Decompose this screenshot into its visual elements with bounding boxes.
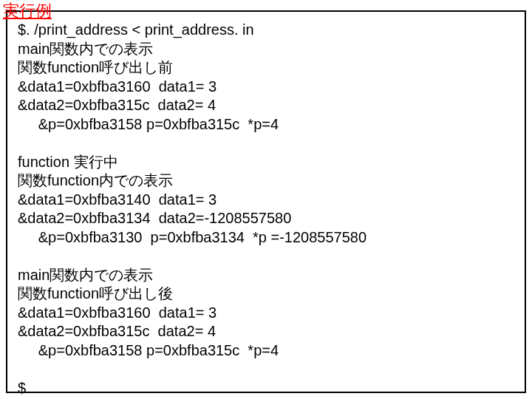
output-line: &data1=0xbfba3160 data1= 3 bbox=[18, 304, 514, 323]
output-line: 関数function呼び出し前 bbox=[18, 58, 514, 78]
output-line: 関数function呼び出し後 bbox=[18, 284, 514, 304]
blank-line bbox=[18, 361, 514, 379]
output-line: 関数function内での表示 bbox=[18, 171, 514, 191]
output-line: $. /print_address < print_address. in bbox=[18, 21, 514, 40]
output-line: &data2=0xbfba3134 data2=-1208557580 bbox=[18, 209, 514, 228]
output-line: &data1=0xbfba3160 data1= 3 bbox=[18, 78, 514, 97]
output-line: &data2=0xbfba315c data2= 4 bbox=[18, 322, 514, 341]
terminal-output-box: $. /print_address < print_address. in ma… bbox=[6, 10, 526, 393]
output-line: &data1=0xbfba3140 data1= 3 bbox=[18, 191, 514, 210]
output-line: main関数内での表示 bbox=[18, 40, 514, 59]
output-line: function 実行中 bbox=[18, 153, 514, 172]
output-line: &p=0xbfba3130 p=0xbfba3134 *p =-12085575… bbox=[18, 228, 514, 248]
blank-line bbox=[18, 134, 514, 153]
page-container: 実行例 $. /print_address < print_address. i… bbox=[0, 0, 532, 399]
output-line: &p=0xbfba3158 p=0xbfba315c *p=4 bbox=[18, 341, 514, 361]
section-title: 実行例 bbox=[3, 0, 52, 22]
output-line: main関数内での表示 bbox=[18, 266, 514, 285]
output-line: &data2=0xbfba315c data2= 4 bbox=[18, 96, 514, 115]
blank-line bbox=[18, 248, 514, 266]
shell-prompt: $ bbox=[18, 379, 514, 398]
output-line: &p=0xbfba3158 p=0xbfba315c *p=4 bbox=[18, 115, 514, 134]
